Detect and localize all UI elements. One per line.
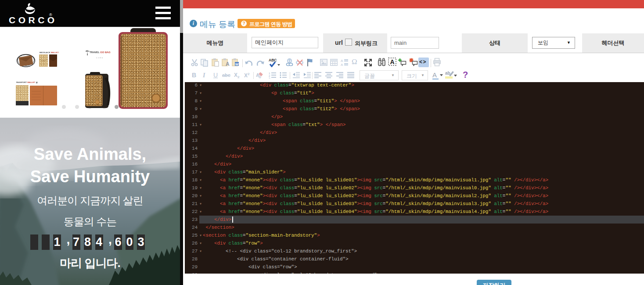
svg-text:3: 3 — [269, 77, 270, 79]
svg-text:W: W — [235, 62, 239, 66]
svg-text:ABC: ABC — [269, 58, 277, 62]
svg-text:A: A — [390, 58, 394, 65]
svg-text:A: A — [341, 63, 343, 66]
svg-text:A: A — [226, 61, 230, 67]
svg-text:A: A — [432, 71, 437, 79]
svg-text:ab: ab — [445, 71, 450, 76]
svg-text:A: A — [341, 59, 343, 63]
